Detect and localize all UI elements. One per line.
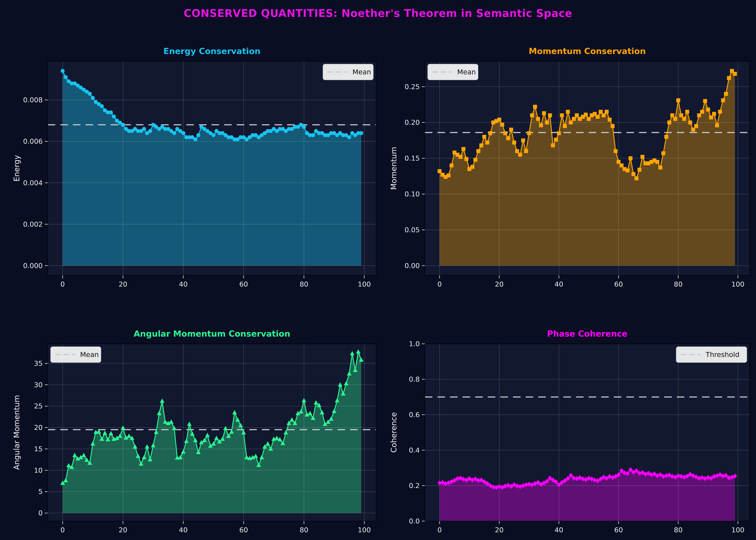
marker: [109, 110, 113, 114]
marker: [121, 123, 125, 127]
marker: [542, 111, 546, 115]
marker: [697, 113, 701, 117]
x-tick-label: 100: [358, 280, 371, 288]
marker: [112, 114, 116, 118]
marker: [551, 143, 555, 147]
x-tick-label: 80: [674, 526, 683, 534]
marker: [635, 177, 638, 180]
chart-title: Phase Coherence: [547, 329, 627, 338]
marker: [625, 169, 629, 173]
marker: [694, 124, 698, 128]
y-tick-label: 25: [34, 402, 43, 410]
marker: [500, 123, 504, 127]
marker: [659, 166, 662, 170]
marker: [461, 147, 465, 151]
phase-coherence-plot: 0.00.20.40.60.81.0020406080100CoherenceP…: [387, 323, 754, 540]
y-tick-label: 15: [34, 445, 43, 453]
energy-plot: 0.0000.0020.0040.0060.008020406080100Ene…: [10, 41, 381, 294]
marker: [536, 117, 540, 121]
marker: [539, 123, 543, 127]
marker: [709, 116, 713, 119]
x-tick-label: 20: [119, 526, 127, 534]
marker: [620, 164, 624, 167]
marker: [703, 99, 707, 103]
y-tick-label: 0.05: [405, 226, 420, 234]
x-tick-label: 40: [179, 526, 188, 534]
marker: [670, 113, 674, 117]
marker: [464, 157, 468, 161]
marker: [548, 113, 552, 117]
marker: [473, 158, 477, 162]
marker: [557, 131, 561, 135]
x-tick-label: 100: [358, 526, 371, 534]
marker: [617, 160, 621, 164]
marker: [554, 138, 558, 142]
chart-title: Momentum Conservation: [529, 46, 646, 56]
marker: [193, 137, 197, 141]
y-tick-label: 0.10: [405, 190, 420, 198]
marker: [181, 131, 185, 135]
marker: [488, 131, 492, 135]
y-axis-label: Energy: [12, 155, 21, 182]
marker: [479, 143, 483, 147]
y-tick-label: 0.15: [405, 154, 420, 162]
marker: [533, 105, 537, 109]
x-tick-label: 20: [119, 280, 127, 288]
y-tick-label: 35: [34, 359, 43, 367]
y-axis-label: Coherence: [389, 412, 398, 453]
marker: [521, 138, 525, 142]
x-tick-label: 60: [239, 526, 248, 534]
marker: [359, 131, 363, 135]
marker: [515, 149, 519, 153]
marker: [482, 135, 486, 139]
marker: [605, 110, 609, 114]
x-tick-label: 60: [239, 280, 248, 288]
y-tick-label: 0.6: [409, 411, 420, 419]
marker: [640, 155, 644, 159]
marker: [506, 136, 510, 140]
x-tick-label: 40: [555, 280, 563, 288]
x-tick-label: 0: [61, 280, 65, 288]
marker: [614, 149, 618, 153]
marker: [733, 72, 737, 76]
marker: [142, 127, 146, 131]
marker: [563, 124, 567, 128]
legend-label: Mean: [457, 68, 476, 76]
y-tick-label: 0.25: [405, 83, 420, 91]
marker: [527, 131, 531, 135]
x-tick-label: 60: [614, 526, 623, 534]
y-tick-label: 20: [34, 424, 43, 432]
marker: [685, 110, 689, 114]
marker: [64, 75, 68, 79]
chart-angular-momentum: 05101520253035020406080100Angular Moment…: [10, 323, 381, 540]
x-tick-label: 80: [300, 526, 308, 534]
marker: [584, 113, 588, 117]
marker: [715, 123, 719, 127]
marker: [673, 117, 677, 121]
marker: [638, 168, 642, 172]
marker: [572, 117, 576, 121]
marker: [449, 164, 453, 167]
legend: Mean: [428, 64, 478, 80]
legend-label: Threshold: [705, 351, 739, 358]
marker: [438, 169, 441, 173]
y-tick-label: 0.0: [409, 517, 420, 525]
marker: [655, 160, 659, 164]
marker: [569, 120, 573, 124]
y-tick-label: 0.00: [405, 262, 420, 270]
marker: [302, 125, 306, 129]
marker: [727, 76, 731, 80]
marker: [172, 131, 176, 135]
x-tick-label: 80: [300, 280, 308, 288]
marker: [724, 92, 728, 96]
y-tick-label: 10: [34, 467, 43, 474]
marker: [664, 135, 668, 139]
chart-energy: 0.0000.0020.0040.0060.008020406080100Ene…: [10, 41, 381, 294]
marker: [503, 131, 507, 135]
y-tick-label: 0: [38, 509, 43, 517]
y-tick-label: 0.8: [409, 375, 420, 383]
marker: [718, 110, 722, 114]
marker: [458, 155, 462, 159]
y-tick-label: 0.006: [23, 137, 43, 145]
marker: [470, 165, 474, 169]
